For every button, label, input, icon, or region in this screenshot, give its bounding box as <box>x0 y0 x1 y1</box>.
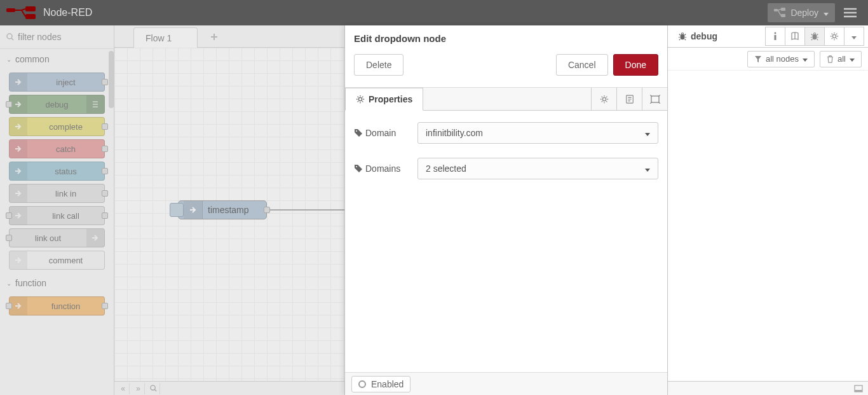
svg-rect-5 <box>781 14 785 17</box>
node-description-icon-button[interactable] <box>616 88 642 111</box>
document-icon <box>625 95 634 104</box>
palette-node-debug[interactable]: debug <box>9 95 105 114</box>
add-flow-button[interactable] <box>204 27 224 47</box>
node-output-port[interactable] <box>264 207 270 213</box>
inject-trigger-button[interactable] <box>170 203 184 217</box>
debug-clear-button[interactable]: all <box>820 51 862 67</box>
property-form: Domain infinitbility.com Domains 2 selec… <box>345 111 667 372</box>
palette-node-comment[interactable]: comment <box>9 251 105 270</box>
svg-point-18 <box>832 34 836 38</box>
caret-down-icon <box>645 163 650 174</box>
palette-node-status[interactable]: status <box>9 162 105 181</box>
node-type-icon <box>10 118 27 135</box>
sidebar-help-button[interactable] <box>785 27 805 46</box>
node-output-port <box>102 303 108 309</box>
svg-point-14 <box>681 34 685 40</box>
palette: ⌄commoninjectdebugcompletecatchstatuslin… <box>0 25 114 395</box>
appearance-icon <box>650 95 660 104</box>
svg-rect-3 <box>774 9 778 11</box>
deploy-button[interactable]: Deploy <box>768 3 835 22</box>
properties-tab[interactable]: Properties <box>345 88 423 111</box>
node-type-icon <box>10 207 27 225</box>
caret-down-icon <box>824 8 829 18</box>
hamburger-icon <box>844 8 857 18</box>
caret-down-icon <box>803 54 808 64</box>
palette-node-label: complete <box>27 122 104 132</box>
enabled-toggle[interactable]: Enabled <box>351 376 410 392</box>
palette-node-function[interactable]: function <box>9 296 105 315</box>
palette-search <box>0 25 114 49</box>
svg-point-8 <box>358 97 362 100</box>
main-menu-button[interactable] <box>839 3 862 22</box>
debug-messages <box>668 71 868 381</box>
logo: Node-RED <box>6 6 92 19</box>
palette-category[interactable]: ⌄function <box>4 273 110 293</box>
debug-filter-button[interactable]: all nodes <box>747 51 815 67</box>
bug-icon <box>810 32 819 41</box>
domains-select[interactable]: 2 selected <box>417 158 658 179</box>
domain-select[interactable]: infinitbility.com <box>417 122 658 144</box>
node-settings-icon-button[interactable] <box>591 88 616 111</box>
node-type-icon <box>10 251 27 269</box>
flow-tab[interactable]: Flow 1 <box>133 27 198 48</box>
inject-node[interactable]: timestamp <box>178 200 267 219</box>
caret-down-icon <box>645 128 650 138</box>
node-appearance-icon-button[interactable] <box>642 88 667 111</box>
done-button[interactable]: Done <box>613 54 658 76</box>
search-icon <box>150 385 157 392</box>
chevron-down-icon: ⌄ <box>6 280 11 287</box>
delete-button[interactable]: Delete <box>354 54 403 76</box>
sidebar: debug all nodes all <box>667 25 868 395</box>
nav-collapse-button[interactable]: « <box>117 383 130 394</box>
cancel-button[interactable]: Cancel <box>556 54 608 76</box>
app-header: Node-RED Deploy <box>0 0 868 25</box>
toggle-circle-icon <box>358 380 366 388</box>
palette-node-link-call[interactable]: link call <box>9 206 105 225</box>
palette-scrollbar[interactable] <box>109 51 114 108</box>
plus-icon <box>210 32 219 41</box>
inject-node-icon <box>184 201 203 219</box>
palette-category[interactable]: ⌄common <box>4 49 110 69</box>
app-title: Node-RED <box>43 7 92 18</box>
svg-point-17 <box>813 34 817 40</box>
search-icon <box>6 33 14 41</box>
node-type-icon <box>10 297 27 315</box>
domains-label: Domains <box>354 163 417 174</box>
palette-node-complete[interactable]: complete <box>9 117 105 136</box>
nav-collapse-button-2[interactable]: » <box>132 383 145 394</box>
svg-rect-4 <box>781 8 785 11</box>
palette-node-catch[interactable]: catch <box>9 139 105 158</box>
node-output-port <box>102 168 108 174</box>
palette-node-label: inject <box>27 78 104 87</box>
domain-label: Domain <box>354 128 417 138</box>
svg-point-15 <box>775 32 776 34</box>
palette-category-label: function <box>15 278 46 288</box>
node-type-icon <box>10 140 27 158</box>
svg-rect-16 <box>775 35 776 40</box>
sidebar-debug-button[interactable] <box>804 27 825 46</box>
sidebar-more-button[interactable] <box>844 27 864 46</box>
caret-down-icon <box>850 54 855 64</box>
sidebar-config-button[interactable] <box>824 27 844 46</box>
node-output-port <box>102 123 108 130</box>
palette-filter-input[interactable] <box>4 29 110 45</box>
palette-node-link-in[interactable]: link in <box>9 184 105 203</box>
popout-icon[interactable] <box>854 385 863 392</box>
palette-category-label: common <box>15 54 50 64</box>
node-output-port <box>102 190 108 197</box>
sidebar-info-button[interactable] <box>765 27 785 46</box>
caret-down-icon <box>851 31 857 41</box>
palette-node-link-out[interactable]: link out <box>9 228 105 247</box>
node-output-port <box>102 79 108 85</box>
svg-point-13 <box>356 166 357 167</box>
sidebar-debug-tab[interactable]: debug <box>672 25 766 47</box>
nav-search-button[interactable] <box>147 383 160 394</box>
tag-icon <box>354 164 363 173</box>
svg-rect-20 <box>855 390 862 392</box>
palette-node-inject[interactable]: inject <box>9 73 105 92</box>
gear-icon <box>830 32 839 41</box>
filter-icon <box>754 55 762 63</box>
node-input-port <box>6 235 12 241</box>
palette-node-label: link call <box>27 211 104 221</box>
svg-rect-2 <box>25 14 36 19</box>
